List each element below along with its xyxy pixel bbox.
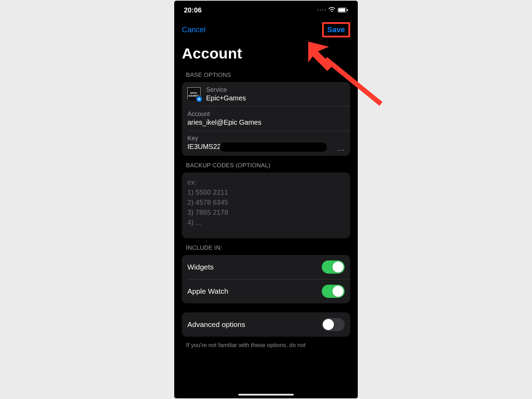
key-label: Key [187, 135, 345, 142]
page-title: Account [174, 39, 358, 65]
backup-codes-input[interactable]: ex: 1) 5500 2211 2) 4578 6345 3) 7865 21… [182, 172, 350, 238]
widgets-row: Widgets [182, 255, 350, 279]
apple-watch-label: Apple Watch [187, 287, 228, 295]
include-card: Widgets Apple Watch [182, 255, 350, 303]
key-value: IE3UMS22 [187, 143, 345, 152]
svg-rect-2 [347, 9, 348, 11]
base-options-card: EPIC GAMES + Service Epic+Games Account … [182, 82, 350, 156]
nav-bar: Cancel Save [174, 17, 358, 39]
advanced-toggle[interactable] [322, 318, 345, 331]
advanced-card: Advanced options [182, 312, 350, 337]
widgets-toggle[interactable] [322, 260, 345, 274]
account-row[interactable]: Account aries_ikel@Epic Games [182, 106, 350, 131]
service-icon[interactable]: EPIC GAMES + [187, 87, 201, 101]
section-base-options: BASE OPTIONS [174, 65, 358, 82]
save-button[interactable]: Save [327, 25, 345, 34]
service-row[interactable]: EPIC GAMES + Service Epic+Games [182, 82, 350, 106]
account-label: Account [187, 110, 345, 118]
status-right [317, 6, 348, 14]
service-label: Service [206, 86, 345, 94]
advanced-label: Advanced options [187, 320, 245, 329]
cancel-button[interactable]: Cancel [182, 25, 205, 34]
account-value: aries_ikel@Epic Games [187, 118, 345, 126]
advanced-footer-note: If you're not familiar with these option… [174, 337, 358, 349]
service-value: Epic+Games [206, 94, 345, 102]
phone-frame: 20:06 Cancel Save Account BASE OPTIONS E… [174, 1, 358, 398]
key-ellipsis: ... [338, 144, 345, 152]
home-indicator[interactable] [238, 394, 294, 396]
svg-rect-1 [338, 8, 345, 12]
advanced-row: Advanced options [182, 312, 350, 337]
save-button-highlight: Save [322, 22, 350, 37]
status-bar: 20:06 [174, 1, 358, 17]
key-row[interactable]: Key IE3UMS22 ... [182, 131, 350, 156]
widgets-label: Widgets [187, 263, 214, 271]
section-include-in: INCLUDE IN: [174, 238, 358, 255]
wifi-icon [328, 6, 336, 14]
add-icon-badge[interactable]: + [196, 96, 203, 103]
battery-icon [338, 6, 348, 14]
cellular-icon [317, 9, 326, 11]
apple-watch-toggle[interactable] [322, 285, 345, 298]
section-backup-codes: BACKUP CODES (OPTIONAL) [174, 156, 358, 172]
key-redaction [220, 143, 327, 152]
apple-watch-row: Apple Watch [182, 279, 350, 303]
status-time: 20:06 [184, 6, 202, 14]
